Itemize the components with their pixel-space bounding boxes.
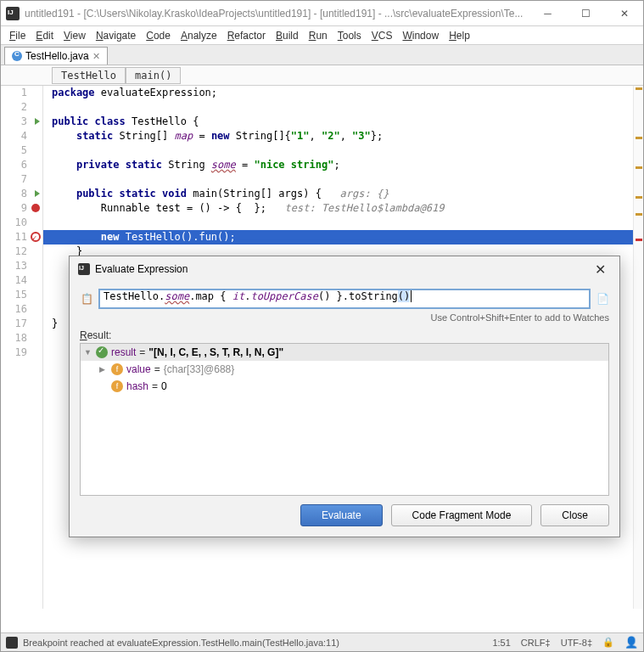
dialog-icon — [78, 263, 90, 275]
gutter-line[interactable]: 9 — [1, 201, 42, 216]
encoding[interactable]: UTF-8‡ — [561, 638, 592, 648]
line-separator[interactable]: CRLF‡ — [521, 638, 551, 648]
expand-arrow-icon[interactable]: ▼ — [84, 348, 92, 357]
run-icon[interactable] — [35, 190, 40, 197]
menu-view[interactable]: View — [59, 28, 91, 43]
menu-code[interactable]: Code — [141, 28, 176, 43]
expression-input[interactable]: TestHello.some.map { it.toUpperCase() }.… — [98, 289, 591, 309]
code-line[interactable] — [43, 143, 643, 158]
code-line[interactable]: new TestHello().fun(); — [43, 230, 643, 244]
code-line[interactable]: Runnable test = () -> { }; test: TestHel… — [43, 201, 643, 216]
result-tree[interactable]: ▼ result = "[N, I, C, E, , S, T, R, I, N… — [80, 343, 609, 496]
window-title: untitled191 - [C:\Users\Nikolay.Krasko\I… — [25, 8, 529, 20]
menu-help[interactable]: Help — [444, 28, 475, 43]
minimize-icon[interactable]: ─ — [529, 1, 567, 26]
menu-tools[interactable]: Tools — [333, 28, 367, 43]
result-label: Result: — [80, 329, 609, 341]
menu-edit[interactable]: Edit — [31, 28, 59, 43]
tab-label: TestHello.java — [25, 50, 89, 62]
gutter-line[interactable]: 10 — [1, 216, 42, 230]
menubar: FileEditViewNavigateCodeAnalyzeRefactorB… — [1, 26, 643, 45]
code-line[interactable]: public class TestHello { — [43, 115, 643, 129]
editor-tabs: TestHello.java ✕ — [1, 45, 643, 65]
code-line[interactable] — [43, 216, 643, 230]
gutter-line[interactable]: 16 — [1, 302, 42, 317]
gutter-line[interactable]: 18 — [1, 331, 42, 346]
breadcrumb-item[interactable]: TestHello — [52, 67, 126, 84]
dialog-close-icon[interactable]: ✕ — [590, 260, 611, 279]
gutter-line[interactable]: 6 — [1, 158, 42, 172]
result-ok-icon — [96, 346, 108, 358]
hector-icon[interactable]: 👤 — [624, 636, 638, 649]
code-fragment-button[interactable]: Code Fragment Mode — [391, 504, 533, 526]
code-line[interactable]: public static void main(String[] args) {… — [43, 187, 643, 201]
code-line[interactable] — [43, 172, 643, 187]
maximize-icon[interactable]: ☐ — [567, 1, 605, 26]
gutter-line[interactable]: 19 — [1, 346, 42, 360]
gutter-line[interactable]: 14 — [1, 273, 42, 288]
tree-row[interactable]: ▼ result = "[N, I, C, E, , S, T, R, I, N… — [81, 344, 608, 361]
status-text: Breakpoint reached at evaluateExpression… — [23, 638, 339, 648]
dialog-titlebar: Evaluate Expression ✕ — [70, 256, 619, 282]
dialog-title: Evaluate Expression — [95, 263, 188, 275]
gutter-line[interactable]: 3 — [1, 115, 42, 129]
tree-row[interactable]: ▶ f value = {char[33]@688} — [81, 361, 608, 378]
menu-refactor[interactable]: Refactor — [222, 28, 271, 43]
gutter-line[interactable]: 12 — [1, 244, 42, 259]
gutter-line[interactable]: 7 — [1, 172, 42, 187]
code-line[interactable]: static String[] map = new String[]{"1", … — [43, 129, 643, 143]
tree-row[interactable]: f hash = 0 — [81, 378, 608, 395]
gutter-line[interactable]: 8 — [1, 187, 42, 201]
gutter-line[interactable]: 2 — [1, 100, 42, 115]
editor-tab[interactable]: TestHello.java ✕ — [4, 47, 108, 65]
breakpoint-icon[interactable] — [31, 204, 40, 212]
expand-icon[interactable]: 📄 — [596, 292, 609, 306]
code-line[interactable]: package evaluateExpression; — [43, 86, 643, 100]
evaluate-expression-dialog: Evaluate Expression ✕ 📋 TestHello.some.m… — [69, 256, 620, 537]
gutter-line[interactable]: 17 — [1, 317, 42, 331]
gutter-line[interactable]: 4 — [1, 129, 42, 143]
code-line[interactable] — [43, 100, 643, 115]
history-icon[interactable]: 📋 — [80, 292, 93, 306]
menu-navigate[interactable]: Navigate — [91, 28, 141, 43]
menu-file[interactable]: File — [4, 28, 31, 43]
breadcrumbs: TestHellomain() — [1, 65, 643, 86]
window-titlebar: untitled191 - [C:\Users\Nikolay.Krasko\I… — [1, 1, 643, 26]
gutter-line[interactable]: 13 — [1, 259, 42, 273]
caret-position: 1:51 — [492, 638, 510, 648]
gutter-line[interactable]: 15 — [1, 288, 42, 302]
gutter-line[interactable]: 11 — [1, 230, 42, 244]
breakpoint-active-icon[interactable] — [31, 232, 41, 242]
code-line[interactable]: private static String some = "nice strin… — [43, 158, 643, 172]
statusbar: Breakpoint reached at evaluateExpression… — [1, 632, 643, 651]
gutter: 12345678910111213141516171819 — [1, 86, 43, 609]
field-icon: f — [111, 363, 123, 375]
app-icon — [6, 7, 20, 20]
lock-icon[interactable]: 🔒 — [602, 637, 614, 648]
close-button[interactable]: Close — [540, 504, 609, 526]
marker-strip — [633, 86, 643, 609]
hint-text: Use Control+Shift+Enter to add to Watche… — [80, 312, 609, 323]
menu-analyze[interactable]: Analyze — [176, 28, 222, 43]
expand-arrow-icon[interactable]: ▶ — [99, 365, 108, 374]
statusbar-icon[interactable] — [6, 637, 18, 649]
menu-run[interactable]: Run — [304, 28, 333, 43]
field-icon: f — [111, 380, 123, 392]
java-class-icon — [12, 51, 22, 61]
close-icon[interactable]: ✕ — [605, 1, 643, 26]
tab-close-icon[interactable]: ✕ — [92, 51, 100, 62]
breadcrumb-item[interactable]: main() — [126, 67, 181, 84]
menu-vcs[interactable]: VCS — [367, 28, 398, 43]
run-icon[interactable] — [35, 118, 40, 125]
evaluate-button[interactable]: Evaluate — [300, 504, 383, 526]
gutter-line[interactable]: 1 — [1, 86, 42, 100]
gutter-line[interactable]: 5 — [1, 143, 42, 158]
menu-build[interactable]: Build — [271, 28, 304, 43]
menu-window[interactable]: Window — [397, 28, 444, 43]
window-controls: ─ ☐ ✕ — [529, 1, 643, 26]
